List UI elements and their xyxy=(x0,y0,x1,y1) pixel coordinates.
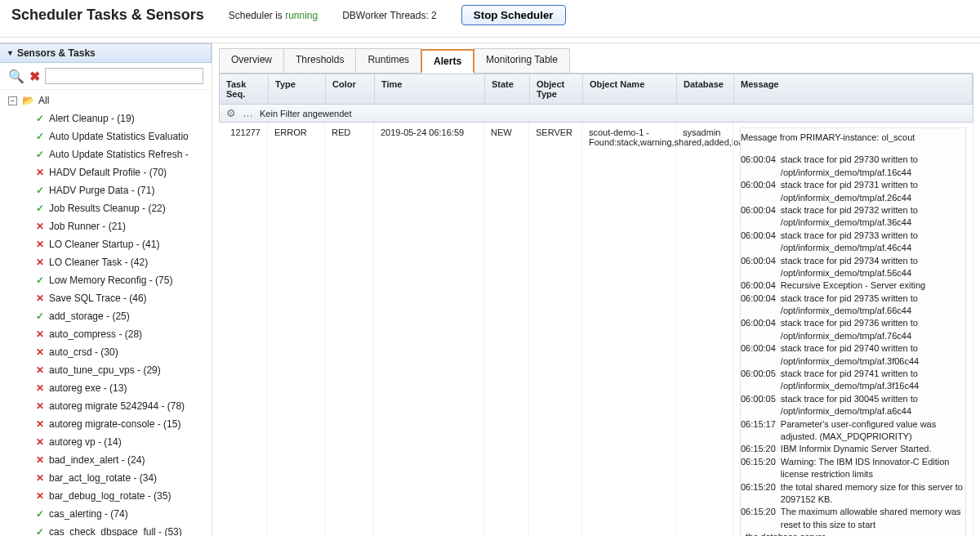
sidebar-item[interactable]: ✕Save SQL Trace - (46) xyxy=(8,289,212,307)
stop-scheduler-button[interactable]: Stop Scheduler xyxy=(461,5,566,25)
tree-all-label: All xyxy=(38,95,49,106)
sidebar-item[interactable]: ✓add_storage - (25) xyxy=(8,307,212,325)
tree-all-node[interactable]: − 📂 All xyxy=(8,93,212,109)
tab-alerts[interactable]: Alerts xyxy=(421,49,474,74)
alert-row[interactable]: 121277ERRORRED2019-05-24 06:16:59NEWSERV… xyxy=(219,123,973,536)
sidebar-item-label: add_storage - (25) xyxy=(49,309,130,324)
col-msg[interactable]: Message xyxy=(734,74,973,104)
sidebar-item-label: HADV Default Profile - (70) xyxy=(49,165,167,180)
sidebar-tools: 🔍 ✖ xyxy=(0,63,212,90)
col-color[interactable]: Color xyxy=(326,74,375,104)
sidebar-item-label: Auto Update Statistics Refresh - xyxy=(49,147,189,162)
sidebar-item[interactable]: ✕LO Cleaner Task - (42) xyxy=(8,253,212,271)
scheduler-status-label: Scheduler is running xyxy=(229,10,318,21)
sidebar-item-label: Alert Cleanup - (19) xyxy=(49,111,135,126)
checkmark-icon: ✓ xyxy=(36,273,44,288)
x-icon: ✕ xyxy=(36,453,44,467)
checkmark-icon: ✓ xyxy=(36,525,44,536)
dbworker-threads-label: DBWorker Threads: 2 xyxy=(342,10,437,21)
sidebar-item-label: LO Cleaner Task - (42) xyxy=(49,255,148,270)
sidebar-item-label: autoreg vp - (14) xyxy=(49,435,122,449)
sidebar-item[interactable]: ✕bad_index_alert - (24) xyxy=(8,451,212,469)
sidebar-header[interactable]: ▼ Sensors & Tasks xyxy=(0,43,212,63)
sidebar-item[interactable]: ✓HADV Purge Data - (71) xyxy=(8,181,212,199)
col-db[interactable]: Database xyxy=(677,74,734,104)
sidebar-item[interactable]: ✕auto_tune_cpu_vps - (29) xyxy=(8,361,212,379)
sidebar-item[interactable]: ✓Job Results Cleanup - (22) xyxy=(8,199,212,217)
alert-rows[interactable]: 121277ERRORRED2019-05-24 06:16:59NEWSERV… xyxy=(219,123,973,536)
sidebar-item-label: LO Cleaner Startup - (41) xyxy=(49,237,159,252)
checkmark-icon: ✓ xyxy=(36,201,44,216)
x-icon: ✕ xyxy=(36,165,44,180)
col-time[interactable]: Time xyxy=(375,74,485,104)
sidebar-item[interactable]: ✕autoreg exe - (13) xyxy=(8,379,212,397)
sidebar-item[interactable]: ✓Alert Cleanup - (19) xyxy=(8,109,212,127)
sidebar-title: Sensors & Tasks xyxy=(17,47,96,59)
col-seq[interactable]: Task Seq. xyxy=(220,74,269,104)
filter-row: ⚙ … Kein Filter angewendet xyxy=(219,105,973,123)
filter-more-icon[interactable]: … xyxy=(243,107,253,119)
tab-runtimes[interactable]: Runtimes xyxy=(355,48,421,73)
sidebar-item-label: auto_compress - (28) xyxy=(49,327,142,342)
x-icon: ✕ xyxy=(36,255,44,270)
sidebar-item-label: autoreg exe - (13) xyxy=(49,381,127,395)
tabs: OverviewThresholdsRuntimesAlertsMonitori… xyxy=(219,48,973,74)
clear-search-icon[interactable]: ✖ xyxy=(29,69,40,84)
sidebar-item[interactable]: ✕auto_crsd - (30) xyxy=(8,343,212,361)
sidebar-item[interactable]: ✕autoreg migrate 5242944 - (78) xyxy=(8,397,212,415)
sidebar-item[interactable]: ✓Auto Update Statistics Evaluatio xyxy=(8,127,212,145)
sidebar-item-label: Job Runner - (21) xyxy=(49,219,126,234)
col-otype[interactable]: Object Type xyxy=(530,74,583,104)
sidebar-item-label: Auto Update Statistics Evaluatio xyxy=(49,129,189,144)
checkmark-icon: ✓ xyxy=(36,129,44,144)
sidebar-item[interactable]: ✓cas_alerting - (74) xyxy=(8,505,212,523)
message-block: Message from PRIMARY-instance: ol_scout0… xyxy=(740,127,966,536)
sidebar-item-label: bad_index_alert - (24) xyxy=(49,453,145,467)
x-icon: ✕ xyxy=(36,219,44,234)
sidebar-item[interactable]: ✕HADV Default Profile - (70) xyxy=(8,163,212,181)
content: OverviewThresholdsRuntimesAlertsMonitori… xyxy=(212,43,980,536)
x-icon: ✕ xyxy=(36,291,44,306)
x-icon: ✕ xyxy=(36,399,44,413)
x-icon: ✕ xyxy=(36,345,44,360)
x-icon: ✕ xyxy=(36,471,44,485)
sidebar-item-label: auto_tune_cpu_vps - (29) xyxy=(49,363,161,377)
sidebar-item[interactable]: ✓Low Memory Reconfig - (75) xyxy=(8,271,212,289)
tab-overview[interactable]: Overview xyxy=(219,48,284,73)
page-title: Scheduler Tasks & Sensors xyxy=(11,7,204,24)
checkmark-icon: ✓ xyxy=(36,147,44,162)
sidebar-item[interactable]: ✕LO Cleaner Startup - (41) xyxy=(8,235,212,253)
collapse-all-icon[interactable]: − xyxy=(8,96,17,105)
checkmark-icon: ✓ xyxy=(36,183,44,198)
sidebar-item-label: Job Results Cleanup - (22) xyxy=(49,201,166,216)
x-icon: ✕ xyxy=(36,435,44,449)
checkmark-icon: ✓ xyxy=(36,507,44,521)
sidebar-item[interactable]: ✕auto_compress - (28) xyxy=(8,325,212,343)
sidebar-item[interactable]: ✕bar_act_log_rotate - (34) xyxy=(8,469,212,487)
sidebar-item-label: auto_crsd - (30) xyxy=(49,345,118,360)
sidebar-item-label: cas_alerting - (74) xyxy=(49,507,128,521)
x-icon: ✕ xyxy=(36,363,44,377)
search-input[interactable] xyxy=(45,68,203,84)
sidebar-item-label: bar_debug_log_rotate - (35) xyxy=(49,489,171,503)
sidebar-item[interactable]: ✓cas_check_dbspace_full - (53) xyxy=(8,523,212,536)
x-icon: ✕ xyxy=(36,237,44,252)
collapse-icon: ▼ xyxy=(7,49,14,57)
filter-gear-icon[interactable]: ⚙ xyxy=(226,107,236,119)
tab-monitoring-table[interactable]: Monitoring Table xyxy=(474,48,570,73)
sidebar-item[interactable]: ✓Auto Update Statistics Refresh - xyxy=(8,145,212,163)
col-oname[interactable]: Object Name xyxy=(583,74,677,104)
sidebar-item[interactable]: ✕bar_debug_log_rotate - (35) xyxy=(8,487,212,505)
col-state[interactable]: State xyxy=(485,74,530,104)
col-type[interactable]: Type xyxy=(269,74,326,104)
scheduler-status-word: running xyxy=(285,10,318,21)
search-icon[interactable]: 🔍 xyxy=(8,69,24,84)
sidebar-item[interactable]: ✕autoreg migrate-console - (15) xyxy=(8,415,212,433)
sidebar-item[interactable]: ✕autoreg vp - (14) xyxy=(8,433,212,451)
sidebar-item[interactable]: ✕Job Runner - (21) xyxy=(8,217,212,235)
checkmark-icon: ✓ xyxy=(36,309,44,324)
sidebar-item-label: autoreg migrate 5242944 - (78) xyxy=(49,399,185,413)
sidebar-item-label: cas_check_dbspace_full - (53) xyxy=(49,525,182,536)
x-icon: ✕ xyxy=(36,381,44,395)
tab-thresholds[interactable]: Thresholds xyxy=(283,48,356,73)
